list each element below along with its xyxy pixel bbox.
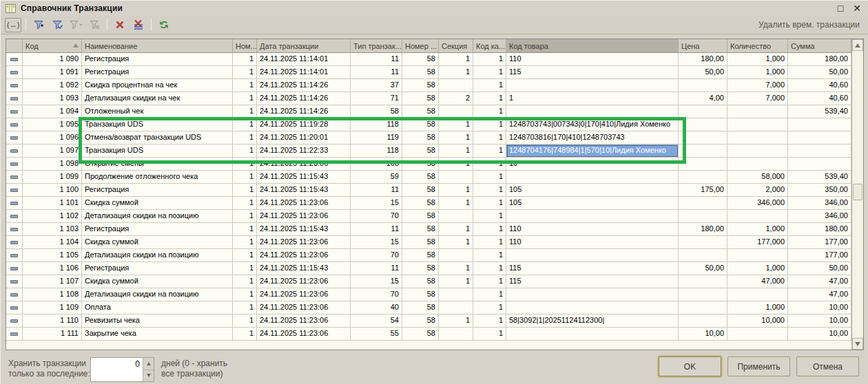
column-header-product[interactable]: Код товара [506, 39, 679, 53]
table-row[interactable]: 1 095Транзакция UDS124.11.2025 11:19:281… [6, 118, 851, 131]
cell-qty[interactable]: 58,000 [727, 171, 788, 184]
cell-price[interactable]: 180,00 [679, 223, 727, 236]
cell-price[interactable]: 175,00 [679, 184, 727, 197]
cell-product[interactable]: 1 [506, 92, 679, 105]
table-row[interactable]: 1 108Детализация скидки на позицию124.11… [6, 288, 851, 301]
cell-section[interactable]: 1 [439, 197, 473, 210]
scroll-up-icon[interactable] [852, 39, 863, 51]
cell-code[interactable]: 1 091 [23, 66, 82, 79]
cell-number[interactable]: 58 [402, 105, 439, 118]
cell-section[interactable]: 1 [439, 236, 473, 249]
cell-product[interactable]: 1248704176|748984|1|570|10|Лидия Хоменко [506, 145, 679, 158]
cell-section[interactable] [439, 210, 473, 223]
cell-type[interactable]: 11 [351, 262, 402, 275]
cell-kodka[interactable]: 1 [473, 197, 506, 210]
cell-name[interactable]: Регистрация [82, 53, 233, 66]
column-header-number[interactable]: Номер ... [402, 39, 439, 53]
cell-name[interactable]: Реквизиты чека [82, 314, 233, 328]
cell-sum[interactable]: 10,00 [788, 328, 851, 341]
cell-number[interactable]: 58 [402, 328, 439, 341]
cell-section[interactable] [439, 171, 473, 184]
cell-sum[interactable]: 346,00 [788, 197, 851, 210]
cell-nom[interactable]: 1 [233, 145, 257, 158]
cell-nom[interactable]: 1 [233, 262, 257, 275]
table-row[interactable]: 1 107Скидка суммой124.11.2025 11:23:0615… [6, 275, 851, 288]
filter-set-icon[interactable] [30, 18, 47, 32]
close-icon[interactable]: ✕ [853, 3, 861, 13]
cell-qty[interactable]: 346,000 [727, 197, 788, 210]
cell-nom[interactable]: 1 [233, 131, 257, 145]
table-row[interactable]: 1 105Детализация скидки на позицию124.11… [6, 249, 851, 262]
cell-kodka[interactable]: 1 [473, 92, 506, 105]
cell-nom[interactable]: 1 [233, 328, 257, 341]
cell-type[interactable]: 118 [351, 118, 402, 131]
table-row[interactable]: 1 090Регистрация124.11.2025 11:14:011158… [6, 53, 851, 66]
cell-sum[interactable]: 539,40 [788, 105, 851, 118]
cell-type[interactable]: 15 [351, 197, 402, 210]
cell-code[interactable]: 1 105 [23, 249, 82, 262]
table-row[interactable]: 1 106Регистрация124.11.2025 11:15:431158… [6, 262, 851, 275]
cell-price[interactable]: 4,00 [679, 92, 727, 105]
cell-name[interactable]: Детализация скидки на чек [82, 92, 233, 105]
cell-kodka[interactable]: 1 [473, 328, 506, 341]
cell-section[interactable] [439, 288, 473, 301]
table-row[interactable]: 1 096Отмена/возврат транзакции UDS124.11… [6, 131, 851, 145]
cell-nom[interactable]: 1 [233, 171, 257, 184]
cell-price[interactable]: 50,00 [679, 66, 727, 79]
cell-product[interactable]: 115 [506, 275, 679, 288]
cell-product[interactable] [506, 288, 679, 301]
cell-price[interactable] [679, 158, 727, 171]
cell-product[interactable]: 105 [506, 197, 679, 210]
cell-nom[interactable]: 1 [233, 210, 257, 223]
table-row[interactable]: 1 110Реквизиты чека124.11.2025 11:23:065… [6, 314, 851, 328]
cell-section[interactable]: 2 [439, 92, 473, 105]
cell-kodka[interactable]: 1 [473, 53, 506, 66]
cell-code[interactable]: 1 093 [23, 92, 82, 105]
cell-kodka[interactable]: 1 [473, 301, 506, 314]
cell-nom[interactable]: 1 [233, 66, 257, 79]
cell-number[interactable]: 58 [402, 92, 439, 105]
cell-number[interactable]: 58 [402, 314, 439, 328]
filter-apply-icon[interactable] [49, 18, 65, 32]
cell-type[interactable]: 119 [351, 131, 402, 145]
cell-number[interactable]: 58 [402, 288, 439, 301]
cell-name[interactable]: Открытие смены [82, 158, 233, 171]
cell-type[interactable]: 70 [351, 210, 402, 223]
table-row[interactable]: 1 098Открытие смены124.11.2025 11:23:061… [6, 158, 851, 171]
cell-qty[interactable]: 2,000 [727, 184, 788, 197]
cell-code[interactable]: 1 097 [23, 145, 82, 158]
spin-up-icon[interactable] [143, 358, 154, 370]
cell-sum[interactable]: 10,00 [788, 301, 851, 314]
cell-price[interactable] [679, 314, 727, 328]
cell-date[interactable]: 24.11.2025 11:23:06 [257, 210, 351, 223]
cell-nom[interactable]: 1 [233, 79, 257, 92]
cell-nom[interactable]: 1 [233, 236, 257, 249]
cell-sum[interactable]: 346,00 [788, 210, 851, 223]
cell-product[interactable]: 1248703743|007343|0|170|410|Лидия Хоменк… [506, 118, 679, 131]
cell-price[interactable] [679, 118, 727, 131]
cell-kodka[interactable]: 1 [473, 105, 506, 118]
cell-kodka[interactable]: 1 [473, 171, 506, 184]
cell-number[interactable]: 58 [402, 184, 439, 197]
delete-marked-icon[interactable] [130, 18, 147, 32]
cell-date[interactable]: 24.11.2025 11:14:26 [257, 79, 351, 92]
cell-code[interactable]: 1 100 [23, 184, 82, 197]
cell-section[interactable]: 1 [439, 314, 473, 328]
cell-type[interactable]: 15 [351, 275, 402, 288]
cell-number[interactable]: 58 [402, 171, 439, 184]
cell-qty[interactable]: 177,000 [727, 236, 788, 249]
cell-price[interactable] [679, 79, 727, 92]
cell-name[interactable]: Скидка суммой [82, 197, 233, 210]
cell-sum[interactable]: 180,00 [788, 223, 851, 236]
cell-qty[interactable]: 1,000 [727, 66, 788, 79]
cell-code[interactable]: 1 104 [23, 236, 82, 249]
cell-number[interactable]: 58 [402, 145, 439, 158]
cell-name[interactable]: Регистрация [82, 184, 233, 197]
cell-qty[interactable] [727, 131, 788, 145]
table-row[interactable]: 1 093Детализация скидки на чек124.11.202… [6, 92, 851, 105]
cell-kodka[interactable]: 1 [473, 249, 506, 262]
cell-type[interactable]: 11 [351, 66, 402, 79]
cell-type[interactable]: 70 [351, 288, 402, 301]
cell-price[interactable] [679, 249, 727, 262]
cell-product[interactable]: 10 [506, 158, 679, 171]
